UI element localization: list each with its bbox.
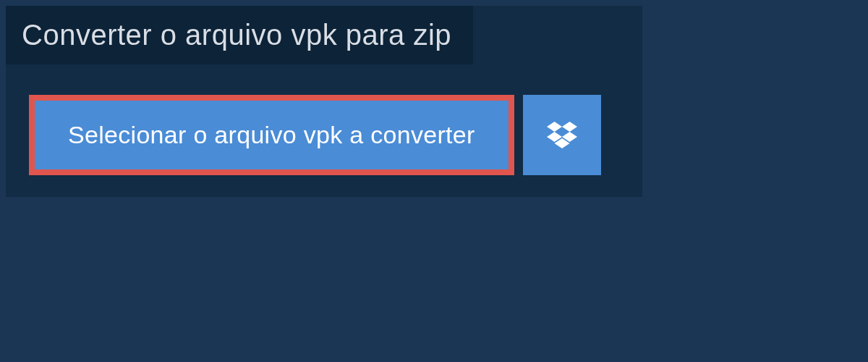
select-file-button[interactable]: Selecionar o arquivo vpk a converter bbox=[29, 95, 514, 175]
title-bar: Converter o arquivo vpk para zip bbox=[6, 6, 473, 64]
select-file-button-label: Selecionar o arquivo vpk a converter bbox=[68, 121, 475, 149]
button-row: Selecionar o arquivo vpk a converter bbox=[6, 95, 642, 175]
page-title: Converter o arquivo vpk para zip bbox=[22, 19, 451, 51]
dropbox-icon bbox=[547, 122, 577, 149]
converter-panel: Converter o arquivo vpk para zip Selecio… bbox=[6, 6, 642, 197]
dropbox-button[interactable] bbox=[523, 95, 601, 175]
